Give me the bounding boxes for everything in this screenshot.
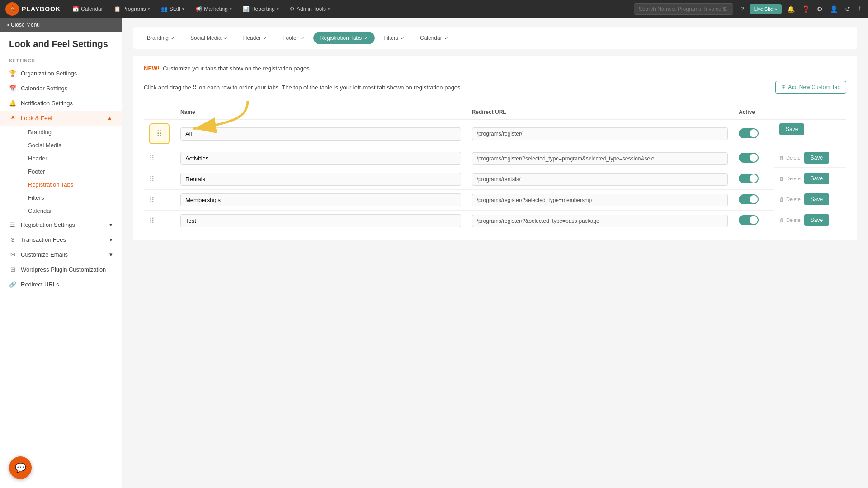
delete-button[interactable]: 🗑 Delete [779,197,801,202]
content-panel: NEW! Customize your tabs that show on th… [133,56,857,240]
th-drag [144,105,175,119]
sidebar-item-calendar-settings[interactable]: 📅 Calendar Settings [0,81,122,96]
save-button[interactable]: Save [804,152,829,164]
footer-check-icon: ✓ [301,35,305,41]
sub-item-header[interactable]: Header [21,152,122,165]
sidebar-item-organization-settings[interactable]: 🏆 Organization Settings [0,66,122,81]
tab-header[interactable]: Header ✓ [236,32,274,44]
trash-icon: 🗑 [779,217,784,223]
sub-item-branding[interactable]: Branding [21,126,122,139]
delete-button[interactable]: 🗑 Delete [779,155,801,160]
save-button[interactable]: Save [779,123,804,135]
toggle-knob [750,174,758,183]
redirect-url-cell [467,148,733,169]
chat-widget[interactable]: 💬 [9,456,32,479]
close-menu-button[interactable]: « Close Menu [0,18,122,32]
drag-handle-icon[interactable]: ⠿ [149,217,155,225]
redirect-url-input[interactable] [472,215,728,227]
tabs-table: Name Redirect URL Active ⠿ Save⠿🗑 Delete… [144,105,846,231]
search-input[interactable] [634,3,733,15]
save-button[interactable]: Save [804,214,829,226]
tab-name-input[interactable] [180,214,461,227]
save-button[interactable]: Save [804,193,829,205]
active-toggle-cell [733,211,774,231]
active-toggle[interactable] [739,194,759,204]
active-toggle[interactable] [739,128,759,138]
sidebar-item-redirect-urls[interactable]: 🔗 Redirect URLs [0,277,122,292]
tab-name-cell [175,148,467,169]
drag-handle-icon[interactable]: ⠿ [149,155,155,162]
drag-cell: ⠿ [144,169,175,190]
sub-item-registration-tabs[interactable]: Registration Tabs [21,178,122,191]
live-site-button[interactable]: Live Site » [750,4,782,14]
th-redirect: Redirect URL [467,105,733,119]
staff-nav-icon: 👥 [161,6,168,12]
user-icon[interactable]: 👤 [828,4,840,14]
drag-handle-highlighted[interactable]: ⠿ [149,123,170,144]
delete-button[interactable]: 🗑 Delete [779,176,801,181]
tab-calendar[interactable]: Calendar ✓ [413,32,455,44]
reporting-caret: ▾ [277,7,279,11]
notification-icon[interactable]: 🔔 [785,4,797,14]
active-toggle-cell [733,190,774,211]
nav-admin-tools[interactable]: ⚙ Admin Tools ▾ [285,3,335,15]
help-icon[interactable]: ❓ [800,4,811,14]
history-icon[interactable]: ↺ [843,4,852,14]
external-link-icon[interactable]: ⤴ [856,4,863,14]
top-navigation: 🏃 PLAYBOOK 📅 Calendar 📋 Programs ▾ 👥 Sta… [0,0,868,18]
redirect-url-cell [467,119,733,148]
add-custom-tab-button[interactable]: ⊞ Add New Custom Tab [775,81,846,94]
sidebar-item-look-feel[interactable]: 👁 Look & Feel ▲ [0,111,122,126]
active-toggle[interactable] [739,153,759,163]
settings-tabs-row: Branding ✓ Social Media ✓ Header ✓ Foote… [133,27,857,49]
transaction-fees-icon: $ [9,236,16,243]
header-check-icon: ✓ [263,35,267,41]
nav-marketing[interactable]: 📢 Marketing ▾ [191,3,236,15]
tab-name-input[interactable] [180,127,461,141]
tab-name-input[interactable] [180,152,461,165]
look-feel-submenu: Branding Social Media Header Footer Regi… [0,126,122,217]
redirect-url-input[interactable] [472,127,728,140]
drag-handle-icon[interactable]: ⠿ [156,129,162,139]
calendar-nav-icon: 📅 [72,6,79,12]
settings-icon[interactable]: ⚙ [815,4,825,14]
active-toggle[interactable] [739,174,759,183]
customize-emails-icon: ✉ [9,251,16,258]
trophy-icon: 🏆 [9,70,16,77]
nav-staff[interactable]: 👥 Staff ▾ [156,3,189,15]
nav-programs[interactable]: 📋 Programs ▾ [109,3,155,15]
tab-branding[interactable]: Branding ✓ [140,32,182,44]
tab-name-input[interactable] [180,173,461,186]
sidebar-item-notification-settings[interactable]: 🔔 Notification Settings [0,96,122,111]
registration-tabs-check-icon: ✓ [364,35,368,41]
delete-button[interactable]: 🗑 Delete [779,217,801,223]
sidebar-item-registration-settings[interactable]: ☰ Registration Settings ▾ [0,217,122,232]
tab-filters[interactable]: Filters ✓ [377,32,411,44]
drag-handle-icon[interactable]: ⠿ [149,196,155,204]
sidebar-item-transaction-fees[interactable]: $ Transaction Fees ▾ [0,232,122,247]
tab-footer[interactable]: Footer ✓ [276,32,311,44]
registration-settings-icon: ☰ [9,221,16,228]
tab-social-media[interactable]: Social Media ✓ [184,32,235,44]
question-icon[interactable]: ? [739,4,746,14]
sidebar-item-customize-emails[interactable]: ✉ Customize Emails ▾ [0,247,122,262]
sidebar-item-wordpress-plugin[interactable]: ⊞ Wordpress Plugin Customization [0,262,122,277]
logo[interactable]: 🏃 PLAYBOOK [5,2,61,16]
drag-handle-icon[interactable]: ⠿ [149,175,155,183]
main-content: Branding ✓ Social Media ✓ Header ✓ Foote… [122,18,868,488]
admin-tools-nav-icon: ⚙ [290,6,295,12]
tab-registration-tabs[interactable]: Registration Tabs ✓ [313,32,375,44]
nav-calendar[interactable]: 📅 Calendar [68,3,108,15]
admin-tools-caret: ▾ [328,7,330,11]
sub-item-calendar[interactable]: Calendar [21,204,122,217]
sub-item-social-media[interactable]: Social Media [21,139,122,152]
tab-name-input[interactable] [180,193,461,206]
save-button[interactable]: Save [804,173,829,184]
nav-reporting[interactable]: 📊 Reporting ▾ [238,3,283,15]
active-toggle[interactable] [739,215,759,225]
redirect-url-input[interactable] [472,194,728,206]
redirect-url-input[interactable] [472,152,728,165]
redirect-url-input[interactable] [472,173,728,186]
sub-item-footer[interactable]: Footer [21,165,122,178]
sub-item-filters[interactable]: Filters [21,191,122,204]
